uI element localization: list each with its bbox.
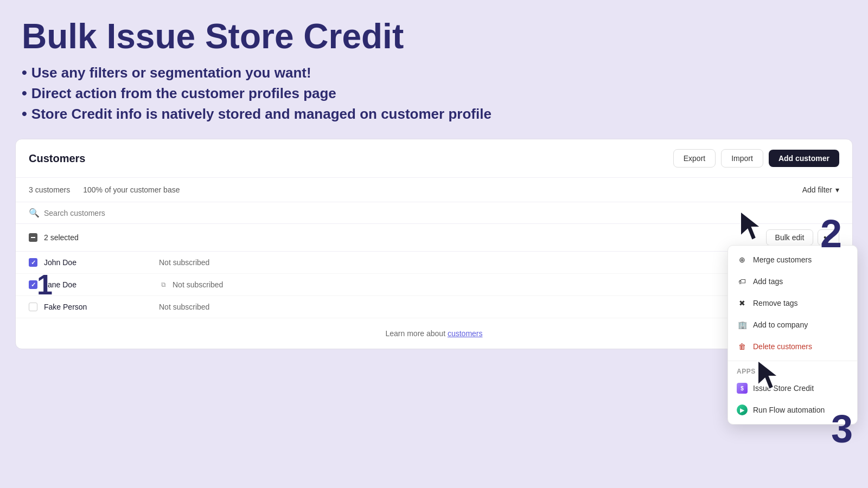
customer-status-3: Not subscribed (159, 303, 746, 311)
chevron-down-icon: ▾ (835, 185, 839, 194)
store-credit-icon: $ (737, 383, 748, 394)
search-icon: 🔍 (29, 208, 40, 218)
customer-name-3[interactable]: Fake Person (44, 303, 152, 311)
dropdown-add-to-company[interactable]: 🏢 Add to company (728, 314, 857, 336)
export-button[interactable]: Export (673, 149, 716, 168)
dropdown-label: Merge customers (753, 255, 812, 264)
bulk-selected-text: 2 selected (44, 233, 79, 242)
bulk-bar: 2 selected Bulk edit ••• (16, 224, 852, 252)
dropdown-label: Add tags (753, 277, 783, 286)
customers-panel: Customers Export Import Add customer 3 c… (15, 139, 853, 349)
hero-bullet-1: Use any filters or segmentation you want… (22, 64, 846, 81)
hero-section: Bulk Issue Store Credit Use any filters … (0, 0, 868, 139)
dropdown-label: Issue Store Credit (753, 384, 814, 393)
tag-icon: 🏷 (737, 276, 748, 287)
hero-bullets: Use any filters or segmentation you want… (22, 64, 846, 123)
import-button[interactable]: Import (721, 149, 763, 168)
customer-checkbox-2[interactable]: ✓ (29, 280, 37, 289)
customer-percentage: 100% of your customer base (83, 185, 180, 194)
customer-checkbox-1[interactable] (29, 258, 37, 267)
add-filter-label: Add filter (802, 185, 832, 194)
dropdown-label: Add to company (753, 320, 808, 329)
hero-bullet-2: Direct action from the customer profiles… (22, 85, 846, 102)
copy-icon[interactable]: ⧉ (161, 281, 166, 288)
hero-bullet-3: Store Credit info is natively stored and… (22, 105, 846, 123)
panel-header: Customers Export Import Add customer (16, 139, 852, 178)
add-filter-button[interactable]: Add filter ▾ (802, 185, 839, 194)
customer-status-1: Not subscribed (159, 258, 746, 267)
learn-more-text: Learn more about (386, 329, 446, 338)
customer-count: 3 customers (29, 185, 70, 194)
merge-icon: ⊕ (737, 254, 748, 265)
select-all-checkbox[interactable] (29, 233, 37, 242)
trash-icon: 🗑 (737, 341, 748, 352)
tag-remove-icon: ✖ (737, 298, 748, 309)
panel-title: Customers (29, 152, 85, 165)
badge-number-1: 1 (37, 268, 53, 301)
flow-icon: ▶ (737, 404, 748, 415)
hero-title: Bulk Issue Store Credit (22, 17, 846, 55)
filter-info: 3 customers 100% of your customer base (29, 185, 180, 194)
learn-more-section: Learn more about customers (16, 318, 852, 349)
badge-number-3: 3 (831, 407, 853, 451)
search-bar: 🔍 (16, 202, 852, 224)
company-icon: 🏢 (737, 319, 748, 330)
dropdown-label: Run Flow automation (753, 406, 825, 414)
customer-status-2: Not subscribed (173, 280, 746, 289)
dropdown-label: Delete customers (753, 342, 812, 351)
header-actions: Export Import Add customer (673, 149, 839, 168)
dropdown-issue-store-credit[interactable]: $ Issue Store Credit (728, 377, 857, 399)
customers-link[interactable]: customers (448, 329, 483, 338)
apps-section-label: Apps (728, 364, 857, 377)
dropdown-remove-tags[interactable]: ✖ Remove tags (728, 292, 857, 314)
bulk-edit-button[interactable]: Bulk edit (766, 229, 814, 246)
filter-bar: 3 customers 100% of your customer base A… (16, 178, 852, 202)
customer-name-1[interactable]: John Doe (44, 258, 152, 267)
customer-name-2[interactable]: Jane Doe (44, 280, 152, 289)
dropdown-menu: ⊕ Merge customers 🏷 Add tags ✖ Remove ta… (727, 245, 858, 425)
bulk-left: 2 selected (29, 233, 79, 242)
add-customer-button[interactable]: Add customer (769, 150, 839, 167)
dropdown-delete-customers[interactable]: 🗑 Delete customers (728, 336, 857, 357)
search-input[interactable] (44, 209, 839, 217)
customer-checkbox-3[interactable] (29, 303, 37, 311)
table-row: Fake Person Not subscribed 0 orders (16, 296, 852, 318)
dropdown-label: Remove tags (753, 299, 797, 307)
badge-number-2: 2 (820, 211, 842, 256)
dropdown-add-tags[interactable]: 🏷 Add tags (728, 271, 857, 292)
dropdown-divider (728, 361, 857, 361)
table-row: John Doe Not subscribed 1 order (16, 252, 852, 274)
table-row: ✓ Jane Doe ⧉ Not subscribed 0 orders (16, 274, 852, 296)
